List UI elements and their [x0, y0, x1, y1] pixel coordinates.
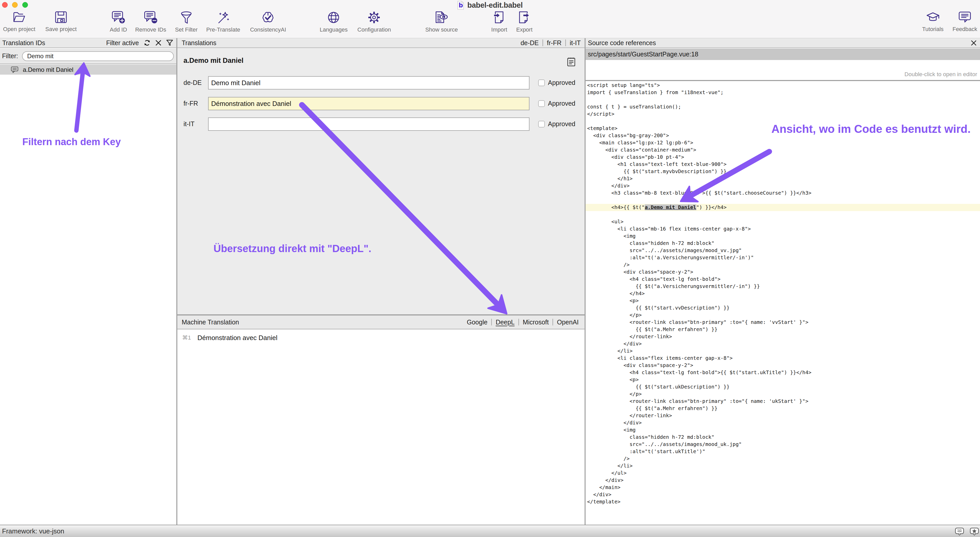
code-line: <h3 class="mb-8 text-blue-900">{{ $t("st…	[585, 190, 980, 197]
graduation-cap-icon	[926, 11, 940, 24]
machine-translation-result-row[interactable]: ⌘1 Démonstration avec Daniel	[177, 332, 585, 343]
pre-translate-button[interactable]: Pre-Translate	[206, 11, 240, 33]
code-line: <p>	[585, 297, 980, 304]
lang-label-it-IT: it-IT	[183, 120, 194, 128]
filter-row: Filter:	[0, 48, 176, 64]
reference-list-area: Double-click to open in editor	[585, 60, 980, 80]
tutorials-button[interactable]: Tutorials	[922, 11, 943, 33]
toolbar-label: Remove IDs	[135, 26, 166, 33]
set-filter-button[interactable]: Set Filter	[175, 11, 197, 33]
code-line: const { t } = useTranslation();	[585, 104, 980, 110]
close-panel-icon[interactable]	[970, 40, 977, 46]
open-project-button[interactable]: Open project	[3, 11, 35, 33]
svg-text:b: b	[459, 2, 463, 9]
window-title-group: b babel-edit.babel	[457, 0, 523, 10]
save-project-button[interactable]: Save project	[45, 11, 76, 33]
tab-openai[interactable]: OpenAI	[553, 319, 582, 326]
code-line: {{ $t("start.vvDescription") }}	[585, 304, 980, 312]
code-line: <ul>	[585, 218, 980, 225]
babeledit-window: b babel-edit.babel Open project Save pro…	[0, 0, 980, 537]
translation-input-fr-FR[interactable]	[208, 97, 530, 110]
tab-de-DE[interactable]: de-DE	[517, 39, 542, 47]
language-tabs: de-DE fr-FR it-IT	[517, 38, 585, 48]
close-window-button[interactable]	[2, 2, 8, 8]
code-line: </div>	[585, 477, 980, 484]
reference-file-row[interactable]: src/pages/start/GuestStartPage.vue:18	[585, 48, 980, 60]
magic-wand-icon	[216, 11, 230, 24]
approved-label-it-IT: Approved	[548, 120, 575, 128]
toolbar-label: Open project	[3, 26, 35, 33]
brain-check-icon	[261, 11, 275, 24]
title-bar: b babel-edit.babel	[0, 0, 980, 10]
approved-checkbox-de-DE[interactable]	[538, 80, 545, 86]
zoom-window-button[interactable]	[22, 2, 28, 8]
filter-icon[interactable]	[166, 39, 173, 46]
add-id-icon	[111, 11, 125, 24]
code-line: <img	[585, 233, 980, 240]
consistency-ai-button[interactable]: ConsistencyAI	[250, 11, 286, 33]
toolbar-label: Export	[516, 26, 533, 33]
remove-ids-button[interactable]: Remove IDs	[135, 11, 166, 33]
lang-label-de-DE: de-DE	[183, 79, 202, 86]
rate-app-icon[interactable]	[970, 527, 979, 536]
tab-deepl[interactable]: DeepL	[492, 319, 519, 326]
tab-fr-FR[interactable]: fr-FR	[543, 39, 565, 47]
approved-checkbox-fr-FR[interactable]	[538, 100, 545, 107]
export-button[interactable]: Export	[516, 11, 533, 33]
clear-filter-icon[interactable]	[155, 40, 161, 46]
annotation-deepl: Übersetzung direkt mit "DeepL".	[213, 243, 371, 254]
feedback-button[interactable]: Feedback	[953, 11, 977, 33]
filter-input[interactable]	[22, 51, 174, 61]
code-line: <h4 class="text-lg font-bold">	[585, 276, 980, 283]
configuration-button[interactable]: Configuration	[358, 11, 391, 33]
babel-file-icon: b	[457, 1, 464, 10]
open-in-editor-hint: Double-click to open in editor	[904, 71, 977, 78]
code-line: </div>	[585, 182, 980, 190]
refresh-icon[interactable]	[143, 39, 151, 46]
minimize-window-button[interactable]	[12, 2, 18, 8]
import-button[interactable]: Import	[491, 11, 507, 33]
add-id-button[interactable]: Add ID	[110, 11, 127, 33]
window-title: babel-edit.babel	[468, 1, 523, 10]
annotation-code-usage: Ansicht, wo im Code es benutzt wird.	[772, 123, 970, 135]
remove-ids-icon	[144, 11, 158, 24]
notes-icon[interactable]	[567, 57, 576, 67]
machine-translation-header: Machine Translation Google DeepL Microso…	[177, 316, 585, 329]
translation-input-it-IT[interactable]	[208, 118, 530, 131]
release-notes-icon[interactable]	[955, 527, 964, 536]
code-line: </div>	[585, 419, 980, 427]
framework-status: Framework: vue-json	[2, 527, 64, 535]
highlighted-translation-id: a.Demo mit Daniel	[645, 204, 696, 210]
code-line	[585, 96, 980, 104]
code-line: </ul>	[585, 470, 980, 477]
source-references-header: Source code references	[585, 38, 980, 48]
code-line	[585, 211, 980, 218]
machine-translation-text: Démonstration avec Daniel	[197, 334, 277, 342]
code-line	[585, 197, 980, 204]
code-line: </div>	[585, 340, 980, 347]
languages-button[interactable]: Languages	[320, 11, 348, 33]
toolbar-label: Set Filter	[175, 26, 197, 33]
code-line: />	[585, 261, 980, 269]
approved-checkbox-it-IT[interactable]	[538, 121, 545, 127]
translation-ids-header: Translation IDs Filter active	[0, 38, 176, 48]
code-line: </p>	[585, 390, 980, 398]
tab-microsoft[interactable]: Microsoft	[519, 319, 552, 326]
translation-key-heading: a.Demo mit Daniel	[183, 57, 243, 65]
translation-input-de-DE[interactable]	[208, 76, 530, 89]
code-line: </router-link>	[585, 412, 980, 419]
tab-it-IT[interactable]: it-IT	[566, 39, 585, 47]
toolbar-label: Add ID	[110, 26, 127, 33]
toolbar-label: Show source	[425, 26, 458, 33]
code-line: <router-link class="btn-primary" :to="{ …	[585, 398, 980, 405]
translation-id-label: a.Demo mit Daniel	[23, 66, 73, 73]
translation-id-row-selected[interactable]: a.Demo mit Daniel	[0, 65, 176, 75]
show-source-button[interactable]: Show source	[425, 11, 458, 33]
toolbar-label: Feedback	[953, 26, 977, 33]
toolbar-label: Tutorials	[922, 26, 943, 33]
annotation-filter-key: Filtern nach dem Key	[22, 136, 121, 147]
code-line: {{ $t("a.Mehr erfahren") }}	[585, 326, 980, 333]
tab-google[interactable]: Google	[463, 319, 492, 326]
approved-label-fr-FR: Approved	[548, 100, 575, 107]
code-line: <h4>{{ $t("a.Demo mit Daniel") }}</h4>	[585, 204, 980, 211]
